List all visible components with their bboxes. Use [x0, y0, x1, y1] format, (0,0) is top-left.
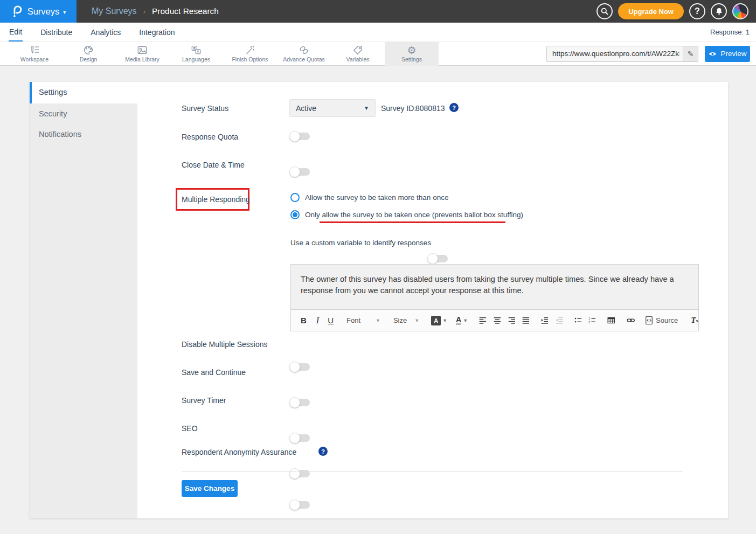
user-avatar[interactable] — [732, 3, 748, 19]
annotation-red-underline — [320, 221, 505, 223]
font-dropdown[interactable]: Font▼ — [346, 316, 380, 324]
search-icon — [600, 7, 609, 16]
eye-icon — [708, 50, 717, 58]
sidebar-item-notifications[interactable]: Notifications — [30, 124, 137, 144]
bg-color-button[interactable]: A▼ — [419, 316, 447, 325]
align-left-button[interactable] — [479, 316, 487, 325]
toggle-knob — [289, 397, 300, 408]
tab-edit[interactable]: Edit — [9, 23, 23, 41]
survey-url-group: ✎ — [546, 46, 698, 62]
survey-timer-toggle[interactable] — [290, 434, 310, 442]
align-center-button[interactable] — [494, 316, 501, 325]
italic-button[interactable]: I — [316, 316, 319, 325]
workspace-icon — [29, 45, 40, 56]
translate-icon: A — [190, 45, 202, 56]
save-and-continue-toggle[interactable] — [290, 399, 310, 406]
survey-id-value: 8080813 — [415, 104, 445, 113]
chevron-down-icon: ▼ — [364, 105, 375, 111]
settings-main: Survey Status Active ▼ Survey ID: 808081… — [137, 82, 728, 518]
upgrade-now-button[interactable]: Upgrade Now — [618, 3, 684, 19]
disable-multiple-sessions-toggle[interactable] — [290, 363, 310, 371]
align-right-button[interactable] — [508, 316, 516, 325]
survey-nav: Edit Distribute Analytics Integration Re… — [0, 23, 756, 42]
remove-format-button[interactable]: Tx — [691, 316, 698, 325]
toolbar-item-languages[interactable]: A Languages — [169, 42, 223, 66]
header-actions: Upgrade Now ? — [597, 3, 756, 19]
toolbar-item-variables[interactable]: Variables — [331, 42, 385, 66]
size-dropdown[interactable]: Size▼ — [393, 316, 419, 324]
underline-button[interactable]: U — [328, 316, 334, 325]
survey-url-input[interactable] — [547, 46, 683, 61]
toggle-knob — [289, 500, 300, 510]
tab-analytics[interactable]: Analytics — [90, 24, 121, 41]
svg-text:A: A — [197, 50, 199, 53]
gear-icon: ⚙ — [407, 45, 416, 56]
sidebar-item-settings[interactable]: Settings — [30, 82, 137, 103]
toolbar-item-design[interactable]: Design — [61, 42, 115, 66]
outdent-button[interactable] — [556, 316, 563, 325]
indent-button[interactable] — [541, 316, 549, 325]
radio-only-once[interactable]: Only allow the survey to be taken once (… — [290, 210, 523, 219]
anonymity-help-button[interactable]: ? — [318, 447, 328, 456]
bell-icon — [715, 7, 723, 16]
chevron-down-icon: ▼ — [376, 318, 380, 323]
numbered-list-button[interactable]: 12 — [588, 316, 596, 325]
breadcrumb-chevron-icon: › — [143, 8, 145, 16]
toolbar-item-advance-quotas[interactable]: Advance Quotas — [277, 42, 331, 66]
custom-variable-toggle[interactable] — [428, 255, 448, 262]
close-date-toggle[interactable] — [290, 168, 310, 176]
response-count[interactable]: Response: 1 — [710, 28, 750, 36]
disable-multiple-sessions-label: Disable Multiple Sessions — [182, 340, 268, 349]
response-quota-toggle[interactable] — [290, 133, 310, 140]
tab-distribute[interactable]: Distribute — [40, 24, 73, 41]
toolbar-items: Workspace Design Media Library A — [8, 42, 439, 66]
text-color-button[interactable]: A▼ — [447, 316, 468, 325]
survey-status-value: Active — [290, 104, 364, 113]
settings-card: Settings Security Notifications Survey S… — [30, 82, 728, 518]
help-button[interactable]: ? — [689, 3, 705, 19]
radio-allow-multiple[interactable]: Allow the survey to be taken more than o… — [290, 193, 448, 202]
sidebar-item-security[interactable]: Security — [30, 103, 137, 124]
toggle-knob — [289, 131, 300, 142]
chevron-down-icon: ▼ — [463, 318, 468, 323]
chevron-down-icon: ▼ — [414, 318, 419, 323]
questionpro-logo-icon — [11, 4, 24, 18]
toggle-knob — [289, 468, 300, 479]
close-date-label: Close Date & Time — [182, 161, 245, 169]
survey-status-dropdown[interactable]: Active ▼ — [289, 99, 376, 117]
align-justify-button[interactable] — [522, 316, 530, 325]
bold-button[interactable]: B — [301, 316, 307, 325]
respondent-anonymity-toggle[interactable] — [290, 501, 310, 509]
toolbar-item-settings[interactable]: ⚙ Settings — [385, 42, 439, 66]
preview-button[interactable]: Preview — [705, 46, 750, 62]
multiple-responding-label: Multiple Responding — [182, 195, 250, 204]
survey-status-label: Survey Status — [182, 104, 228, 113]
survey-timer-label: Survey Timer — [182, 396, 226, 405]
editor-content[interactable]: The owner of this survey has disabled us… — [291, 265, 698, 309]
section-divider — [182, 471, 683, 471]
custom-variable-label: Use a custom variable to identify respon… — [290, 239, 431, 247]
tab-integration[interactable]: Integration — [138, 24, 175, 41]
top-header: Surveys ▾ My Surveys › Product Research … — [0, 0, 756, 23]
toggle-knob — [289, 433, 300, 443]
seo-label: SEO — [182, 424, 198, 433]
edit-url-button[interactable]: ✎ — [683, 46, 698, 61]
toolbar-item-workspace[interactable]: Workspace — [8, 42, 61, 66]
source-button[interactable]: Source — [645, 316, 678, 325]
save-changes-button[interactable]: Save Changes — [182, 480, 238, 497]
survey-id-help-button[interactable]: ? — [449, 103, 459, 112]
link-button[interactable] — [627, 316, 635, 324]
search-button[interactable] — [597, 3, 613, 19]
table-button[interactable] — [607, 316, 615, 325]
survey-id-label: Survey ID: — [381, 104, 416, 113]
toolbar-item-media-library[interactable]: Media Library — [115, 42, 169, 66]
breadcrumb-parent-link[interactable]: My Surveys — [92, 6, 137, 16]
bullet-list-button[interactable] — [574, 316, 582, 325]
toolbar-item-finish-options[interactable]: Finish Options — [223, 42, 277, 66]
notifications-button[interactable] — [711, 3, 727, 19]
product-name: Surveys — [27, 6, 60, 17]
app-logo-menu[interactable]: Surveys ▾ — [0, 0, 77, 23]
edit-toolbar: Workspace Design Media Library A — [0, 42, 756, 66]
breadcrumb-current: Product Research — [152, 6, 219, 16]
toggle-knob — [289, 167, 300, 177]
